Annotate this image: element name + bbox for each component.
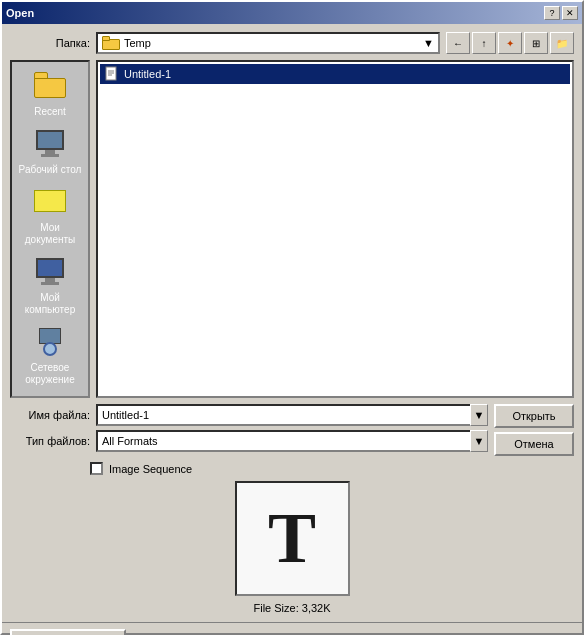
file-size: File Size: 3,32K (253, 602, 330, 614)
window-title: Open (6, 7, 34, 19)
folder-icon-sm (102, 36, 120, 50)
filename-row: Имя файла: Untitled-1 ▼ (10, 404, 488, 426)
image-sequence-checkbox[interactable] (90, 462, 103, 475)
filetype-value: All Formats (102, 435, 158, 447)
sidebar-item-recent[interactable]: Recent (13, 68, 87, 122)
filename-label: Имя файла: (10, 409, 90, 421)
use-adobe-dialog-button[interactable]: Use Adobe Dialog (10, 629, 126, 635)
view-button[interactable]: ⊞ (524, 32, 548, 54)
desktop-icon (34, 130, 66, 162)
sidebar-item-desktop[interactable]: Рабочий стол (13, 126, 87, 180)
sidebar-desktop-label: Рабочий стол (19, 164, 82, 176)
filetype-row: Тип файлов: All Formats ▼ (10, 430, 488, 452)
filetype-input[interactable]: All Formats (96, 430, 470, 452)
mydocs-icon (34, 188, 66, 220)
sidebar-item-mycomputer[interactable]: Мой компьютер (13, 254, 87, 320)
sidebar: Recent Рабочий стол (10, 60, 90, 398)
bottom-bar: Use Adobe Dialog (2, 622, 582, 635)
mycomputer-icon (34, 258, 66, 290)
form-section: Имя файла: Untitled-1 ▼ Тип файлов: All … (10, 404, 574, 456)
open-dialog: Open ? ✕ Папка: Temp ▼ ← ↑ (0, 0, 584, 635)
search-web-button[interactable]: ✦ (498, 32, 522, 54)
main-area: Recent Рабочий стол (10, 60, 574, 398)
close-button[interactable]: ✕ (562, 6, 578, 20)
filetype-dropdown-arrow[interactable]: ▼ (470, 430, 488, 452)
file-name-0: Untitled-1 (124, 68, 171, 80)
filename-input[interactable]: Untitled-1 (96, 404, 470, 426)
title-bar-controls: ? ✕ (544, 6, 578, 20)
open-button[interactable]: Открыть (494, 404, 574, 428)
help-button[interactable]: ? (544, 6, 560, 20)
recent-icon (34, 72, 66, 104)
folder-label: Папка: (10, 37, 90, 49)
file-item-0[interactable]: Untitled-1 (100, 64, 570, 84)
sidebar-item-mydocs[interactable]: Мои документы (13, 184, 87, 250)
sidebar-network-label: Сетевое окружение (17, 362, 83, 386)
up-button[interactable]: ↑ (472, 32, 496, 54)
sidebar-recent-label: Recent (34, 106, 66, 118)
folder-name: Temp (124, 37, 419, 49)
action-buttons: Открыть Отмена (494, 404, 574, 456)
image-sequence-row: Image Sequence (10, 462, 192, 475)
dialog-body: Папка: Temp ▼ ← ↑ ✦ ⊞ 📁 (2, 24, 582, 622)
title-bar: Open ? ✕ (2, 2, 582, 24)
image-sequence-label: Image Sequence (109, 463, 192, 475)
preview-box: T (235, 481, 350, 596)
cancel-button[interactable]: Отмена (494, 432, 574, 456)
file-list[interactable]: Untitled-1 (96, 60, 574, 398)
toolbar-row: Папка: Temp ▼ ← ↑ ✦ ⊞ 📁 (10, 32, 574, 54)
sidebar-mydocs-label: Мои документы (17, 222, 83, 246)
bottom-area: Image Sequence T File Size: 3,32K (10, 462, 574, 614)
filename-dropdown-arrow[interactable]: ▼ (470, 404, 488, 426)
dropdown-arrow-folder: ▼ (423, 37, 434, 49)
network-icon (34, 328, 66, 360)
new-folder-button[interactable]: 📁 (550, 32, 574, 54)
file-icon (104, 66, 120, 82)
preview-symbol: T (268, 497, 316, 580)
toolbar-buttons: ← ↑ ✦ ⊞ 📁 (446, 32, 574, 54)
filetype-label: Тип файлов: (10, 435, 90, 447)
sidebar-item-network[interactable]: Сетевое окружение (13, 324, 87, 390)
sidebar-mycomputer-label: Мой компьютер (17, 292, 83, 316)
back-button[interactable]: ← (446, 32, 470, 54)
filename-value: Untitled-1 (102, 409, 149, 421)
folder-dropdown[interactable]: Temp ▼ (96, 32, 440, 54)
